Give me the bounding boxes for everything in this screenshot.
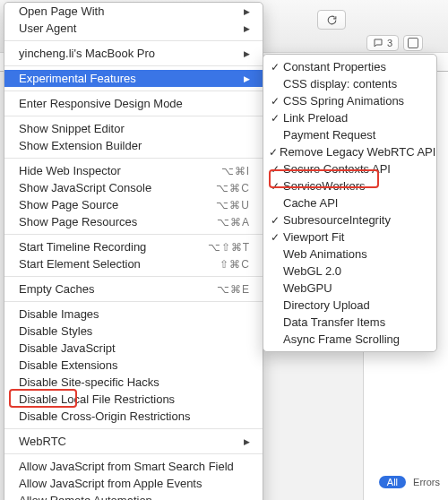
submenu-item-webgl-2[interactable]: WebGL 2.0 bbox=[263, 263, 436, 280]
submenu-item-viewport-fit[interactable]: ✓Viewport Fit bbox=[263, 228, 436, 246]
menu-item-label: Show Page Source bbox=[19, 198, 118, 211]
menu-item-start-element-selection[interactable]: Start Element Selection⇧⌘C bbox=[4, 255, 263, 272]
menu-item-disable-javascript[interactable]: Disable JavaScript bbox=[4, 340, 263, 357]
submenu-item-serviceworkers[interactable]: ✓ServiceWorkers bbox=[263, 177, 436, 194]
menu-item-allow-js-smart-search[interactable]: Allow JavaScript from Smart Search Field bbox=[4, 458, 263, 475]
menu-item-disable-site-specific-hacks[interactable]: Disable Site-specific Hacks bbox=[4, 374, 263, 391]
submenu-item-payment-request[interactable]: Payment Request bbox=[263, 126, 436, 143]
menu-separator bbox=[4, 276, 263, 277]
menu-item-shortcut: ⌥⌘C bbox=[216, 182, 250, 194]
submenu-item-constant-properties[interactable]: ✓Constant Properties bbox=[263, 58, 436, 75]
panel-toggle-button[interactable] bbox=[403, 35, 423, 51]
menu-item-disable-images[interactable]: Disable Images bbox=[4, 306, 263, 323]
submenu-item-label: ServiceWorkers bbox=[281, 179, 366, 193]
menu-item-label: Disable Styles bbox=[19, 324, 92, 338]
menu-item-label: Empty Caches bbox=[19, 282, 95, 296]
menu-item-show-page-source[interactable]: Show Page Source⌥⌘U bbox=[4, 196, 263, 213]
menu-separator bbox=[4, 158, 263, 159]
menu-item-label: Show Extension Builder bbox=[19, 139, 142, 152]
menu-item-label: User Agent bbox=[19, 22, 76, 35]
checkmark-icon: ✓ bbox=[269, 112, 281, 125]
filter-bar: All Errors bbox=[379, 476, 440, 488]
develop-menu: Open Page With▶User Agent▶yincheng.li's … bbox=[4, 2, 263, 500]
menu-item-experimental-features[interactable]: Experimental Features▶ bbox=[4, 70, 263, 87]
submenu-item-label: CSS display: contents bbox=[281, 77, 397, 91]
submenu-item-label: Directory Upload bbox=[281, 298, 370, 312]
submenu-arrow-icon: ▶ bbox=[244, 437, 250, 446]
menu-item-disable-styles[interactable]: Disable Styles bbox=[4, 323, 263, 340]
submenu-item-label: Link Preload bbox=[281, 111, 348, 125]
menu-item-start-timeline-recording[interactable]: Start Timeline Recording⌥⇧⌘T bbox=[4, 238, 263, 255]
menu-item-show-page-resources[interactable]: Show Page Resources⌥⌘A bbox=[4, 213, 263, 230]
menu-item-label: Disable Cross-Origin Restrictions bbox=[19, 409, 190, 423]
submenu-item-data-transfer-items[interactable]: Data Transfer Items bbox=[263, 314, 436, 331]
menu-item-shortcut: ⌥⌘E bbox=[217, 283, 250, 296]
menu-item-label: Allow Remote Automation bbox=[19, 494, 152, 500]
submenu-item-directory-upload[interactable]: Directory Upload bbox=[263, 297, 436, 314]
submenu-item-label: Web Animations bbox=[281, 247, 367, 261]
submenu-arrow-icon: ▶ bbox=[244, 7, 250, 16]
submenu-item-label: Data Transfer Items bbox=[281, 315, 385, 329]
menu-item-label: Disable Extensions bbox=[19, 358, 118, 372]
menu-item-shortcut: ⌥⌘U bbox=[216, 199, 250, 211]
submenu-item-css-spring-animations[interactable]: ✓CSS Spring Animations bbox=[263, 92, 436, 109]
submenu-item-label: Cache API bbox=[281, 196, 338, 210]
menu-item-disable-local-file-restrictions[interactable]: Disable Local File Restrictions bbox=[4, 391, 263, 408]
submenu-item-secure-contexts-api[interactable]: ✓Secure Contexts API bbox=[263, 160, 436, 177]
submenu-item-label: Remove Legacy WebRTC API bbox=[278, 145, 435, 159]
menu-separator bbox=[4, 91, 263, 91]
submenu-item-web-animations[interactable]: Web Animations bbox=[263, 246, 436, 263]
menu-item-show-snippet-editor[interactable]: Show Snippet Editor bbox=[4, 120, 263, 137]
menu-item-webrtc[interactable]: WebRTC▶ bbox=[4, 433, 263, 450]
menu-item-label: Start Timeline Recording bbox=[19, 240, 146, 254]
menu-separator bbox=[4, 40, 263, 41]
submenu-item-async-frame-scrolling[interactable]: Async Frame Scrolling bbox=[263, 331, 436, 348]
submenu-item-subresource-integrity[interactable]: ✓SubresourceIntegrity bbox=[263, 211, 436, 228]
menu-item-label: Disable Images bbox=[19, 307, 99, 321]
menu-item-disable-cross-origin-restrictions[interactable]: Disable Cross-Origin Restrictions bbox=[4, 408, 263, 425]
menu-item-hide-web-inspector[interactable]: Hide Web Inspector⌥⌘I bbox=[4, 162, 263, 179]
menu-item-show-extension-builder[interactable]: Show Extension Builder bbox=[4, 137, 263, 154]
menu-item-label: Disable JavaScript bbox=[19, 341, 116, 355]
menu-item-device[interactable]: yincheng.li's MacBook Pro▶ bbox=[4, 45, 263, 62]
filter-errors[interactable]: Errors bbox=[413, 477, 440, 487]
menu-separator bbox=[4, 234, 263, 235]
comment-count: 3 bbox=[387, 38, 392, 48]
menu-item-shortcut: ⌥⇧⌘T bbox=[208, 241, 250, 254]
menu-item-open-page-with[interactable]: Open Page With▶ bbox=[4, 3, 263, 20]
checkmark-icon: ✓ bbox=[269, 163, 281, 176]
menu-item-disable-extensions[interactable]: Disable Extensions bbox=[4, 357, 263, 374]
submenu-item-cache-api[interactable]: Cache API bbox=[263, 194, 436, 211]
submenu-item-label: Payment Request bbox=[281, 128, 375, 142]
menu-item-allow-remote-automation[interactable]: Allow Remote Automation bbox=[4, 492, 263, 500]
comment-icon bbox=[373, 38, 383, 48]
checkmark-icon: ✓ bbox=[269, 95, 281, 108]
checkmark-icon: ✓ bbox=[269, 180, 281, 193]
menu-item-user-agent[interactable]: User Agent▶ bbox=[4, 20, 263, 37]
menu-separator bbox=[4, 65, 263, 66]
menu-item-label: yincheng.li's MacBook Pro bbox=[19, 47, 155, 60]
menu-item-empty-caches[interactable]: Empty Caches⌥⌘E bbox=[4, 280, 263, 297]
menu-item-shortcut: ⇧⌘C bbox=[220, 258, 250, 271]
menu-separator bbox=[4, 116, 263, 116]
experimental-features-submenu: ✓Constant PropertiesCSS display: content… bbox=[263, 54, 437, 352]
comment-count-pill[interactable]: 3 bbox=[366, 35, 399, 51]
menu-item-enter-responsive-design-mode[interactable]: Enter Responsive Design Mode bbox=[4, 95, 263, 112]
refresh-button[interactable] bbox=[317, 10, 346, 30]
checkmark-icon: ✓ bbox=[269, 214, 281, 227]
submenu-item-label: Viewport Fit bbox=[281, 230, 344, 244]
menu-item-allow-js-apple-events[interactable]: Allow JavaScript from Apple Events bbox=[4, 475, 263, 492]
submenu-item-css-display-contents[interactable]: CSS display: contents bbox=[263, 75, 436, 92]
submenu-item-remove-legacy-webrtc-api[interactable]: ✓Remove Legacy WebRTC API bbox=[263, 143, 436, 160]
submenu-item-webgpu[interactable]: WebGPU bbox=[263, 280, 436, 297]
menu-separator bbox=[4, 453, 263, 454]
submenu-item-label: CSS Spring Animations bbox=[281, 94, 404, 108]
menu-separator bbox=[4, 301, 263, 302]
menu-item-label: Allow JavaScript from Smart Search Field bbox=[19, 460, 234, 473]
submenu-arrow-icon: ▶ bbox=[244, 74, 250, 83]
menu-item-show-javascript-console[interactable]: Show JavaScript Console⌥⌘C bbox=[4, 179, 263, 196]
submenu-item-link-preload[interactable]: ✓Link Preload bbox=[263, 109, 436, 126]
submenu-arrow-icon: ▶ bbox=[244, 49, 250, 58]
filter-all[interactable]: All bbox=[379, 476, 406, 488]
submenu-item-label: Async Frame Scrolling bbox=[281, 332, 400, 346]
